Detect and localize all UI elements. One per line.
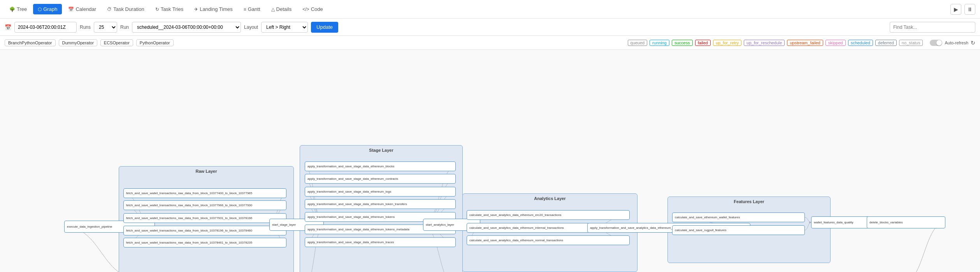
node-analytics_normal[interactable]: calculate_and_save_analytics_data_ethere… bbox=[467, 235, 630, 245]
nav-code[interactable]: </> Code bbox=[298, 4, 327, 14]
node-fetch5[interactable]: fetch_and_save_wallet_transactions_raw_d… bbox=[123, 238, 286, 247]
features-layer-label: Features Layer bbox=[734, 199, 764, 204]
filter-ecs[interactable]: ECSOperator bbox=[100, 39, 133, 46]
calendar-icon: 📅 bbox=[68, 7, 74, 12]
pause-button[interactable]: ⏸ bbox=[964, 4, 975, 15]
nav-calendar[interactable]: 📅 Calendar bbox=[63, 4, 101, 14]
node-calc_wallet_features[interactable]: calculate_and_save_ethereum_wallet_featu… bbox=[672, 212, 805, 222]
gantt-icon: ≡ bbox=[244, 7, 246, 12]
date-input[interactable] bbox=[14, 22, 77, 33]
layout-select[interactable]: Left > Right bbox=[261, 22, 308, 33]
filter-python[interactable]: PythonOperator bbox=[136, 39, 174, 46]
badge-failed[interactable]: failed bbox=[695, 40, 711, 46]
nav-graph[interactable]: ⬡ Graph bbox=[33, 4, 62, 14]
badge-deferred[interactable]: deferred bbox=[875, 40, 897, 46]
nav-details[interactable]: △ Details bbox=[267, 4, 297, 14]
run-label: Run bbox=[120, 25, 129, 30]
layout-label: Layout bbox=[244, 25, 258, 30]
badge-no-status[interactable]: no_status bbox=[899, 40, 923, 46]
node-fetch1[interactable]: fetch_and_save_wallet_transactions_raw_d… bbox=[123, 188, 286, 198]
badge-scheduled[interactable]: scheduled bbox=[848, 40, 873, 46]
top-navigation: 🌳 Tree ⬡ Graph 📅 Calendar ⏱ Task Duratio… bbox=[0, 0, 980, 19]
nav-task-duration[interactable]: ⏱ Task Duration bbox=[102, 4, 149, 14]
graph-icon: ⬡ bbox=[38, 7, 42, 12]
toolbar: 📅 Runs 25 Run scheduled__2024-03-06T00:0… bbox=[0, 19, 980, 36]
autorefresh-label: Auto-refresh bbox=[945, 40, 968, 45]
calendar-toolbar-icon: 📅 bbox=[5, 24, 11, 30]
runs-label: Runs bbox=[80, 25, 91, 30]
node-analytics_erc20[interactable]: calculate_and_save_analytics_data_ethere… bbox=[467, 210, 630, 220]
update-button[interactable]: Update bbox=[311, 22, 338, 33]
badge-upstream-failed[interactable]: upstream_failed bbox=[787, 40, 823, 46]
node-calc_rugpull[interactable]: calculate_and_save_rugpull_features bbox=[672, 225, 805, 235]
node-delete_blocks_variables[interactable]: delete_blocks_variables bbox=[867, 216, 945, 228]
refresh-icon[interactable]: ↻ bbox=[971, 40, 975, 46]
raw-layer-label: Raw Layer bbox=[195, 169, 217, 174]
node-stage_token_transfers[interactable]: apply_transformation_and_save_stage_data… bbox=[305, 199, 456, 209]
nav-gantt[interactable]: ≡ Gantt bbox=[239, 4, 265, 14]
node-stage_contracts[interactable]: apply_transformation_and_save_stage_data… bbox=[305, 174, 456, 184]
task-duration-icon: ⏱ bbox=[107, 7, 112, 12]
play-button[interactable]: ▶ bbox=[950, 4, 961, 15]
analytics-layer-label: Analytics Layer bbox=[534, 196, 566, 201]
task-tries-icon: ↻ bbox=[155, 7, 159, 12]
badge-up-for-reschedule[interactable]: up_for_reschedule bbox=[744, 40, 785, 46]
nav-task-tries[interactable]: ↻ Task Tries bbox=[151, 4, 188, 14]
node-stage_traces[interactable]: apply_transformation_and_save_stage_data… bbox=[305, 237, 456, 247]
node-stage_logs[interactable]: apply_transformation_and_save_stage_data… bbox=[305, 187, 456, 197]
status-legend: queued running success failed up_for_ret… bbox=[628, 40, 975, 46]
badge-up-for-retry[interactable]: up_for_retry bbox=[713, 40, 741, 46]
details-icon: △ bbox=[271, 7, 275, 12]
landing-times-icon: ✈ bbox=[194, 7, 198, 12]
runs-select[interactable]: 25 bbox=[94, 22, 117, 33]
node-stage_blocks[interactable]: apply_transformation_and_save_stage_data… bbox=[305, 161, 456, 171]
stage-layer-label: Stage Layer bbox=[369, 148, 393, 153]
node-fetch2[interactable]: fetch_and_save_wallet_transactions_raw_d… bbox=[123, 200, 286, 210]
graph-canvas: Raw Layer Stage Layer Analytics Layer Fe… bbox=[0, 50, 980, 272]
autorefresh-area: Auto-refresh ↻ bbox=[930, 40, 975, 46]
node-fetch3[interactable]: fetch_and_save_wallet_transactions_raw_d… bbox=[123, 213, 286, 223]
tree-icon: 🌳 bbox=[9, 7, 15, 12]
filter-branch-python[interactable]: BranchPythonOperator bbox=[5, 39, 56, 46]
badge-queued[interactable]: queued bbox=[628, 40, 648, 46]
analytics-layer-group: Analytics Layer bbox=[462, 193, 638, 272]
filter-dummy[interactable]: DummyOperator bbox=[59, 39, 97, 46]
run-select[interactable]: scheduled__2024-03-06T00:00:00+00:00 bbox=[132, 22, 241, 33]
top-right-icons: ▶ ⏸ bbox=[950, 4, 975, 15]
nav-landing-times[interactable]: ✈ Landing Times bbox=[190, 4, 237, 14]
autorefresh-toggle[interactable] bbox=[930, 40, 942, 46]
nav-tree[interactable]: 🌳 Tree bbox=[5, 4, 32, 14]
toggle-knob bbox=[936, 40, 942, 46]
node-fetch4[interactable]: fetch_and_save_wallet_transactions_raw_d… bbox=[123, 226, 286, 235]
find-task-input[interactable] bbox=[890, 22, 975, 33]
badge-running[interactable]: running bbox=[650, 40, 669, 46]
filter-bar: BranchPythonOperator DummyOperator ECSOp… bbox=[0, 36, 980, 50]
badge-success[interactable]: success bbox=[672, 40, 693, 46]
badge-skipped[interactable]: skipped bbox=[825, 40, 846, 46]
code-icon: </> bbox=[302, 7, 309, 12]
